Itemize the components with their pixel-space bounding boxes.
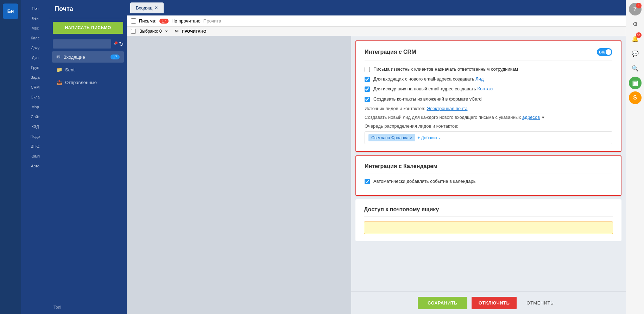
action-bar: СОХРАНИТЬ ОТКЛЮЧИТЬ ОТМЕНИТЬ [351,291,626,314]
queue-tag-remove[interactable]: × [410,135,413,140]
folder-inbox[interactable]: ✉ Входящие 17 [52,51,124,63]
settings-form-panel: Интеграция с CRM ВКЛ Письма известных кл… [351,36,626,314]
disconnect-button[interactable]: ОТКЛЮЧИТЬ [472,297,517,309]
selection-close-icon[interactable]: × [165,29,168,34]
inbox-icon: ✉ [56,54,61,60]
checkbox-auto-add[interactable] [365,179,370,184]
settings-scroll-area[interactable]: Интеграция с CRM ВКЛ Письма известных кл… [351,36,626,291]
content-area: Интеграция с CRM ВКЛ Письма известных кл… [127,36,626,314]
selection-checkbox[interactable] [131,29,136,34]
checkbox-known-clients[interactable] [365,67,370,72]
save-button[interactable]: СОХРАНИТЬ [418,297,467,309]
option-auto-add: Автоматически добавлять событие в календ… [365,178,612,185]
nav-item-warehouse[interactable]: Скла [21,92,49,102]
crm-toggle[interactable]: ВКЛ [597,48,612,56]
read-filter[interactable]: Прочита [203,18,221,24]
tab-close-icon[interactable]: ✕ [154,5,158,10]
unread-count-badge: 17 [159,19,169,24]
app-logo[interactable]: Би [3,4,18,19]
crm-integration-card: Интеграция с CRM ВКЛ Письма известных кл… [355,40,621,152]
mark-read-icon: ✉ [175,29,178,34]
known-clients-label: Письма известных клиентов назначать отве… [373,66,518,72]
toggle-on-label: ВКЛ [599,50,607,54]
nav-item-disk[interactable]: Дис [21,53,49,63]
compose-button[interactable]: НАПИСАТЬ ПИСЬМО [53,22,123,34]
queue-tag-name: Светлана Фролова [371,135,409,140]
nav-item-calendar[interactable]: Кале [21,33,49,43]
checkbox-vcard[interactable] [365,97,370,102]
nav-item-support[interactable]: Подр [21,132,49,141]
preview-area [127,36,351,314]
nav-item-marketing[interactable]: Мар [21,102,49,112]
nav-item-lenta[interactable]: Лен [21,13,49,23]
right-rail: ? 4 ⚙ 🔔 53 💬 🔍 ▣ S [626,0,644,314]
notification-badge: 53 [636,32,642,38]
incoming-lead-label: Для входящих с нового email-адреса созда… [373,76,484,82]
nav-item-ked[interactable]: КЭД [21,122,49,132]
letters-label: Письма: [139,18,157,24]
app-green-icon[interactable]: ▣ [629,77,642,89]
option-outgoing-contact: Для исходящих на новый email-адрес созда… [365,86,612,92]
mail-search-input[interactable] [53,39,111,49]
select-all-checkbox[interactable] [131,18,136,24]
notification-icon[interactable]: 🔔 53 [629,32,642,45]
mail-toolbar: Письма: 17 Не прочитано Прочита [127,15,626,27]
tab-incoming[interactable]: Входящ ✕ [130,2,164,13]
mail-title: Почта [49,0,127,18]
outbox-icon: 📤 [56,79,62,85]
settings-content: Интеграция с CRM ВКЛ Письма известных кл… [351,36,626,241]
calendar-integration-card: Интеграция с Календарем Автоматически до… [355,155,621,196]
access-content [364,222,613,234]
inbox-badge: 17 [111,55,120,59]
addresses-link[interactable]: адресов [522,115,540,120]
checkbox-incoming-lead[interactable] [365,77,370,82]
mark-read-button[interactable]: ПРОЧИТАНО [182,29,207,33]
main-nav: Поч Лен Мес Кале Доку Дис Груп Зада CRM … [21,0,49,314]
question-icon[interactable]: ? 4 [629,3,642,15]
queue-add-button[interactable]: + Добавить [417,135,440,140]
unread-filter[interactable]: Не прочитано [171,18,201,24]
nav-item-bi[interactable]: BI Кс [21,141,49,151]
person-name: Toni [49,301,127,314]
refresh-button[interactable]: ↻ [119,41,124,47]
chat-icon[interactable]: 💬 [629,47,642,60]
nav-item-groups[interactable]: Груп [21,63,49,72]
nav-item-tasks[interactable]: Зада [21,72,49,82]
crm-card-title: Интеграция с CRM [365,49,416,55]
contact-link[interactable]: Контакт [477,86,494,91]
crm-title-row: Интеграция с CRM ВКЛ [365,48,612,60]
lead-link[interactable]: Лид [475,76,484,82]
main-content: Входящ ✕ Письма: 17 Не прочитано Прочита… [127,0,626,314]
settings-icon[interactable]: ⚙ [629,18,642,30]
selected-count-label: Выбрано: 0 [139,29,162,34]
nav-item-automation[interactable]: Авто [21,161,49,171]
folder-outbox[interactable]: 📤 Отправленные [52,77,124,88]
nav-item-sites[interactable]: Сайт [21,112,49,122]
nav-item-messenger[interactable]: Мес [21,23,49,33]
mail-sidebar: Почта НАПИСАТЬ ПИСЬМО ▼ ↻ ✉ Входящие 17 … [49,0,127,314]
user-orange-icon[interactable]: S [629,91,642,104]
folder-icon: 📁 [56,67,62,72]
nav-item-company[interactable]: Комп [21,151,49,161]
outgoing-contact-label: Для исходящих на новый email-адрес созда… [373,86,494,92]
queue-box: Светлана Фролова × + Добавить [365,132,612,144]
nav-item-mail[interactable]: Поч [21,4,49,13]
calendar-title-row: Интеграция с Календарем [365,163,612,173]
nav-item-docs[interactable]: Доку [21,43,49,53]
new-lead-row: Создавать новый лид для каждого нового в… [365,115,612,120]
calendar-card-title: Интеграция с Календарем [365,163,437,169]
option-vcard: Создавать контакты из вложений в формате… [365,96,612,102]
search-icon[interactable]: 🔍 [629,62,642,75]
checkbox-outgoing-contact[interactable] [365,86,370,92]
mailbox-access-card: Доступ к почтовому ящику [355,199,621,241]
access-title: Доступ к почтовому ящику [364,206,613,217]
nav-item-crm[interactable]: CRM [21,82,49,92]
queue-tag: Светлана Фролова × [368,134,415,141]
selection-bar: Выбрано: 0 × ✉ ПРОЧИТАНО [127,27,626,36]
option-known-clients: Письма известных клиентов назначать отве… [365,66,612,72]
auto-add-label: Автоматически добавлять событие в календ… [373,178,476,185]
source-link[interactable]: Электронная почта [427,106,467,111]
cancel-button[interactable]: ОТМЕНИТЬ [521,297,559,309]
folder-sent[interactable]: 📁 Sent [52,64,124,75]
question-badge: 4 [636,3,642,8]
